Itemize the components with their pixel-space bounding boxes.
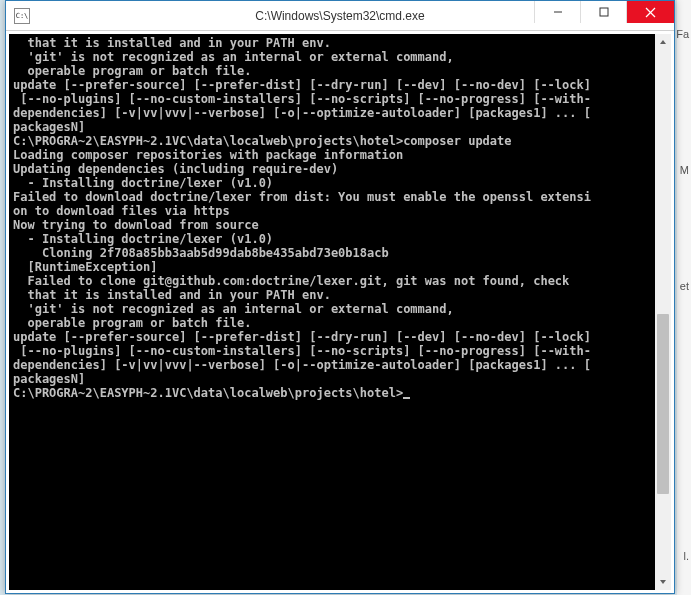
console-line: C:\PROGRA~2\EASYPH~2.1VC\data\localweb\p… <box>13 134 651 148</box>
app-icon: C:\ <box>14 8 30 24</box>
console-line: Cloning 2f708a85bb3aab5d99dab8be435abd73… <box>13 246 651 260</box>
console-line: - Installing doctrine/lexer (v1.0) <box>13 176 651 190</box>
console-line: [RuntimeException] <box>13 260 651 274</box>
svg-marker-5 <box>660 580 666 584</box>
console-line: Updating dependencies (including require… <box>13 162 651 176</box>
cmd-window: C:\ C:\Windows\System32\cmd.exe that it … <box>5 0 675 594</box>
vertical-scrollbar[interactable] <box>655 34 671 590</box>
bg-text: M <box>680 164 689 176</box>
scrollbar-thumb[interactable] <box>657 314 669 494</box>
background-fragment: Fa M et l. <box>677 0 691 595</box>
console-line: update [--prefer-source] [--prefer-dist]… <box>13 330 651 344</box>
cursor <box>403 397 410 399</box>
maximize-button[interactable] <box>580 1 626 23</box>
console-line: on to download files via https <box>13 204 651 218</box>
bg-text: l. <box>684 550 690 562</box>
console-line: 'git' is not recognized as an internal o… <box>13 302 651 316</box>
console-line: 'git' is not recognized as an internal o… <box>13 50 651 64</box>
console-line: that it is installed and in your PATH en… <box>13 36 651 50</box>
console-line: update [--prefer-source] [--prefer-dist]… <box>13 78 651 92</box>
console-line: Loading composer repositories with packa… <box>13 148 651 162</box>
scroll-up-button[interactable] <box>655 34 671 50</box>
close-button[interactable] <box>626 1 674 23</box>
bg-text: Fa <box>676 28 689 40</box>
svg-marker-4 <box>660 40 666 44</box>
console-line: dependencies] [-v|vv|vvv|--verbose] [-o|… <box>13 106 651 120</box>
console-line: packagesN] <box>13 372 651 386</box>
minimize-button[interactable] <box>534 1 580 23</box>
console-line: [--no-plugins] [--no-custom-installers] … <box>13 344 651 358</box>
console-line: C:\PROGRA~2\EASYPH~2.1VC\data\localweb\p… <box>13 386 651 400</box>
scroll-down-button[interactable] <box>655 574 671 590</box>
window-controls <box>534 1 674 23</box>
console-output: that it is installed and in your PATH en… <box>9 34 655 590</box>
console-line: operable program or batch file. <box>13 64 651 78</box>
console-line: Failed to clone git@github.com:doctrine/… <box>13 274 651 288</box>
console-line: dependencies] [-v|vv|vvv|--verbose] [-o|… <box>13 358 651 372</box>
console-line: packagesN] <box>13 120 651 134</box>
console-line: - Installing doctrine/lexer (v1.0) <box>13 232 651 246</box>
console-line: Failed to download doctrine/lexer from d… <box>13 190 651 204</box>
svg-rect-1 <box>600 8 608 16</box>
console-line: that it is installed and in your PATH en… <box>13 288 651 302</box>
console-line: operable program or batch file. <box>13 316 651 330</box>
console-line: Now trying to download from source <box>13 218 651 232</box>
console-area[interactable]: that it is installed and in your PATH en… <box>6 31 674 593</box>
bg-text: et <box>680 280 689 292</box>
titlebar[interactable]: C:\ C:\Windows\System32\cmd.exe <box>6 1 674 31</box>
console-line: [--no-plugins] [--no-custom-installers] … <box>13 92 651 106</box>
